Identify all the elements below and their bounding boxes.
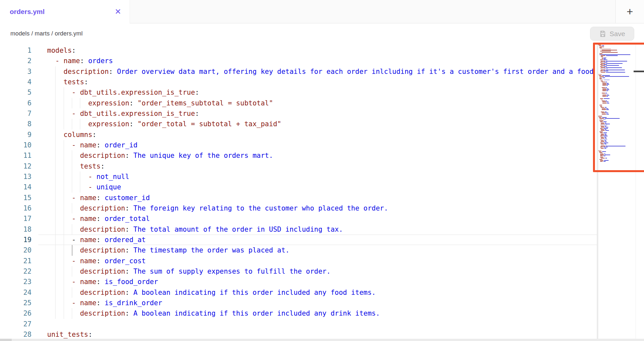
- save-floppy-icon: [599, 30, 606, 37]
- code-token: :: [80, 57, 88, 65]
- code-token: - name: [72, 141, 97, 149]
- save-button[interactable]: Save: [590, 27, 634, 41]
- code-token: :: [97, 236, 105, 244]
- indent-guide: [55, 171, 56, 182]
- code-token: columns: [64, 131, 93, 139]
- code-token: :: [125, 267, 133, 275]
- horizontal-scrollbar[interactable]: [0, 339, 644, 341]
- code-line[interactable]: description: Order overview data mart, o…: [47, 66, 597, 77]
- line-number: 12: [0, 161, 32, 171]
- code-line[interactable]: - name: customer_id: [47, 193, 597, 203]
- close-icon[interactable]: ✕: [115, 8, 121, 16]
- code-line[interactable]: - not_null: [47, 171, 597, 182]
- code-token: description: [80, 267, 125, 275]
- code-line[interactable]: models:: [47, 45, 597, 56]
- indent-guide: [72, 150, 72, 161]
- indent-guide: [55, 287, 56, 298]
- line-number: 18: [0, 224, 32, 235]
- indent-guide: [55, 87, 56, 98]
- line-number: 10: [0, 140, 32, 150]
- code-token: -: [72, 236, 80, 244]
- code-token: "order_total = subtotal + tax_paid": [137, 120, 281, 128]
- code-line[interactable]: description: The total amount of the ord…: [47, 224, 597, 235]
- indent-guide: [72, 287, 72, 298]
- indent-guide: [72, 161, 72, 171]
- code-line[interactable]: - name: is_drink_order: [47, 298, 597, 308]
- code-line[interactable]: tests:: [47, 161, 597, 171]
- code-line[interactable]: tests:: [47, 77, 597, 87]
- code-line[interactable]: unit_tests:: [47, 329, 597, 340]
- code-token: ordered_at: [105, 236, 146, 244]
- code-token: :: [88, 331, 92, 338]
- tab-bar: orders.yml ✕ +: [0, 0, 644, 23]
- code-line[interactable]: [47, 319, 597, 329]
- horizontal-scrollbar-thumb[interactable]: [0, 339, 12, 341]
- indent-guide: [55, 308, 56, 319]
- code-token: -: [88, 183, 96, 191]
- code-token: The foreign key relating to the customer…: [134, 204, 388, 212]
- code-token: customer_id: [105, 194, 150, 202]
- minimap[interactable]: [597, 44, 636, 339]
- code-line[interactable]: - dbt_utils.expression_is_true:: [47, 87, 597, 98]
- code-line[interactable]: - dbt_utils.expression_is_true:: [47, 108, 597, 119]
- code-line[interactable]: columns:: [47, 130, 597, 140]
- code-line[interactable]: description: The foreign key relating to…: [47, 203, 597, 213]
- code-token: order_id: [105, 141, 137, 149]
- tab-title: orders.yml: [10, 8, 115, 16]
- code-token: :: [97, 299, 105, 307]
- code-token: :: [125, 152, 133, 159]
- code-line[interactable]: description: The sum of supply expenses …: [47, 266, 597, 277]
- tab-orders-yml[interactable]: orders.yml ✕: [0, 0, 130, 23]
- indent-guide: [55, 224, 56, 235]
- code-editor[interactable]: 1234567891011121314151617181920212223242…: [0, 44, 644, 339]
- indent-guide: [72, 203, 72, 213]
- line-number: 8: [0, 119, 32, 129]
- code-line[interactable]: expression: "order_total = subtotal + ta…: [47, 119, 597, 129]
- line-number: 7: [0, 108, 32, 119]
- code-token: :: [100, 162, 105, 170]
- code-token: - name: [72, 299, 97, 307]
- line-number: 27: [0, 319, 32, 329]
- code-content[interactable]: models: - name: orders description: Orde…: [47, 45, 597, 340]
- code-line[interactable]: - unique: [47, 182, 597, 192]
- indent-guide: [64, 224, 64, 235]
- code-token: A boolean indicating if this order inclu…: [134, 309, 380, 317]
- line-number: 11: [0, 150, 32, 161]
- code-line[interactable]: description: A boolean indicating if thi…: [47, 308, 597, 319]
- indent-guide: [55, 245, 56, 255]
- code-token: - name: [72, 194, 97, 202]
- line-number: 15: [0, 193, 32, 203]
- code-token: :: [97, 215, 105, 223]
- code-token: A boolean indicating if this order inclu…: [134, 289, 376, 296]
- code-line[interactable]: description: A boolean indicating if thi…: [47, 287, 597, 298]
- indent-guide: [72, 245, 72, 255]
- code-line[interactable]: expression: "order_items_subtotal = subt…: [47, 98, 597, 108]
- code-token: tests: [80, 162, 100, 170]
- indent-guide: [64, 235, 64, 245]
- code-line[interactable]: - name: order_id: [47, 140, 597, 150]
- code-line[interactable]: - name: is_food_order: [47, 277, 597, 287]
- code-token: description: [80, 204, 125, 212]
- line-number: 5: [0, 87, 32, 98]
- code-line[interactable]: description: The unique key of the order…: [47, 150, 597, 161]
- code-token: :: [125, 289, 133, 296]
- indent-guide: [64, 287, 64, 298]
- code-token: :: [109, 68, 117, 75]
- new-tab-button[interactable]: +: [615, 0, 644, 23]
- line-number: 25: [0, 298, 32, 308]
- code-line[interactable]: - name: orders: [47, 56, 597, 66]
- code-line[interactable]: - name: order_cost: [47, 256, 597, 266]
- line-number: 20: [0, 245, 32, 255]
- code-token: orders: [88, 57, 113, 65]
- code-token: is_food_order: [105, 278, 158, 286]
- code-token: The total amount of the order in USD inc…: [134, 225, 343, 233]
- overview-ruler-divider: [636, 44, 636, 339]
- code-line[interactable]: - name: ordered_at: [47, 235, 597, 245]
- indent-guide: [72, 119, 72, 129]
- indent-guide: [55, 193, 56, 203]
- code-line[interactable]: description: The timestamp the order was…: [47, 245, 597, 255]
- code-token: -: [88, 173, 96, 181]
- indent-guide: [64, 298, 64, 308]
- code-line[interactable]: - name: order_total: [47, 213, 597, 224]
- line-number: 19: [0, 235, 32, 245]
